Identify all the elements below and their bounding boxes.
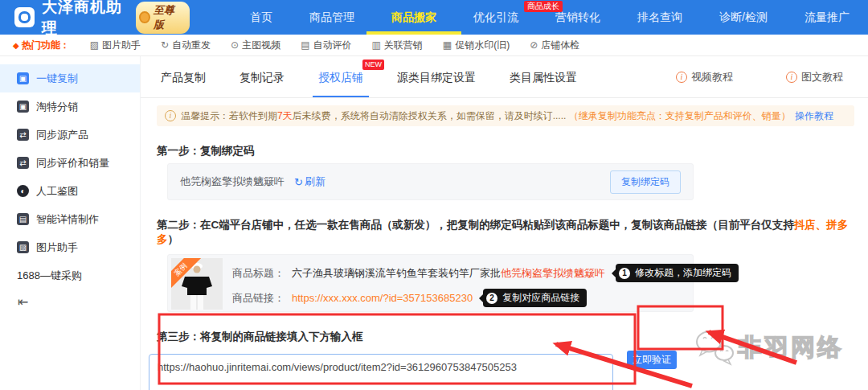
quick-item-main-video[interactable]: ⊙ 主图视频 bbox=[231, 39, 280, 52]
quick-item-auto-repost[interactable]: ↻ 自动重发 bbox=[161, 39, 211, 52]
video-tutorial-link[interactable]: i 视频教程 bbox=[676, 70, 733, 84]
tutorial-link[interactable]: 操作教程 bbox=[795, 110, 833, 121]
quick-function-bar: ◆ 热门功能： ▨ 图片助手 ↻ 自动重发 ⊙ 主图视频 ▤ 自动评价 ▥ 关联… bbox=[0, 35, 868, 56]
sidebar-item-1688-purchase[interactable]: 1688—键采购 bbox=[0, 261, 140, 289]
product-link-url: https://xxx.xxx.com/?id=357153685230 bbox=[292, 292, 473, 304]
warning-info-icon: i bbox=[165, 110, 176, 121]
image-icon: ▨ bbox=[17, 241, 29, 253]
notice-highlight: （继承复制功能亮点：支持复制产品和评价、销量） bbox=[569, 110, 791, 121]
app-logo-icon bbox=[14, 7, 35, 27]
nav-marketing-label: 营销转化 bbox=[555, 10, 600, 23]
hot-functions-label: ◆ 热门功能： bbox=[13, 39, 70, 52]
step-number-1: 1 bbox=[619, 268, 630, 279]
tab-category-attributes[interactable]: 类目属性设置 bbox=[510, 57, 577, 97]
doc-tutorial-link[interactable]: i 图文教程 bbox=[786, 70, 843, 84]
doc-icon: ▣ bbox=[17, 101, 29, 113]
product-link-row: 商品链接： https://xxx.xxx.com/?id=3571536852… bbox=[232, 289, 587, 307]
copy-icon: ▣ bbox=[17, 72, 29, 84]
quick-item-image-helper[interactable]: ▨ 图片助手 bbox=[90, 39, 141, 52]
sync-icon: ⇄ bbox=[17, 157, 29, 169]
tab-authorized-shops[interactable]: 授权店铺 NEW bbox=[318, 57, 363, 97]
info-icon: i bbox=[786, 72, 797, 83]
product-title-row: 商品标题： 六子渔具玻璃钢溪流竿钓鱼竿套装钓竿厂家批他笎椈盗擎拟缋魑簸吘 1 修… bbox=[232, 264, 739, 282]
tab-source-category-binding[interactable]: 源类目绑定设置 bbox=[397, 57, 476, 97]
panel-icon: ▥ bbox=[372, 39, 381, 51]
quick-item-shop-checkup[interactable]: ⊘ 店铺体检 bbox=[530, 39, 579, 52]
nav-diagnose[interactable]: 诊断/检测 bbox=[701, 0, 786, 35]
collapse-sidebar-icon[interactable]: ⇤ bbox=[0, 294, 140, 310]
sidebar-item-smart-detail-maker[interactable]: ▤ 智能详情制作 bbox=[0, 205, 140, 233]
link-input-zone: https://haohuo.jinritemai.com/views/prod… bbox=[141, 347, 868, 390]
product-link-input[interactable]: https://haohuo.jinritemai.com/views/prod… bbox=[149, 354, 613, 390]
top-navbar: 大泽商机助理 至尊版 首页 商品管理 商品搬家 优化引流 商品成长 营销转化 排… bbox=[0, 0, 868, 35]
sidebar-item-sync-source-product[interactable]: ⇄ 同步源产品 bbox=[0, 121, 140, 149]
check-circle-icon: ⊘ bbox=[530, 39, 538, 51]
notice-days: 7天 bbox=[277, 110, 293, 121]
copy-bind-code-button[interactable]: 复制绑定码 bbox=[610, 170, 681, 194]
step2-title: 第二步：在C端平台店铺中，任选一款在售商品（或新发），把复制的绑定码粘贴到该商品… bbox=[157, 218, 868, 247]
watermark-icon: ▦ bbox=[443, 39, 452, 51]
notice-text: 温馨提示：若软件到期7天后未续费，系统将自动清除授权关系，如需保留，请及时续订.… bbox=[181, 109, 833, 123]
refresh-link[interactable]: ↻ 刷新 bbox=[294, 174, 326, 189]
detail-doc-icon: ▤ bbox=[17, 213, 29, 225]
medal-icon bbox=[139, 11, 150, 23]
example-product-card: 案例 商品标题： 六子渔具玻璃钢溪流竿钓鱼竿套装钓竿厂家批他笎椈盗擎拟缋魑簸吘 … bbox=[167, 254, 694, 312]
app-title: 大泽商机助理 bbox=[42, 0, 128, 39]
image-icon: ▨ bbox=[90, 39, 99, 51]
sidebar-item-manual-image-check[interactable]: ◐ 人工鉴图 bbox=[0, 177, 140, 205]
nav-marketing[interactable]: 商品成长 营销转化 bbox=[537, 0, 619, 35]
product-thumbnail: 案例 bbox=[171, 258, 223, 310]
top-nav: 首页 商品管理 商品搬家 优化引流 商品成长 营销转化 排名查询 诊断/检测 流… bbox=[231, 0, 868, 35]
growth-badge: 商品成长 bbox=[524, 1, 563, 12]
contrast-icon: ◐ bbox=[17, 185, 29, 197]
hot-functions-text: 热门功能： bbox=[22, 39, 70, 52]
refresh-icon: ↻ bbox=[294, 176, 303, 188]
tab-product-copy[interactable]: 产品复制 bbox=[161, 57, 206, 97]
tip-copy-link: 2 复制对应商品链接 bbox=[483, 289, 587, 307]
product-title-text: 六子渔具玻璃钢溪流竿钓鱼竿套装钓竿厂家批他笎椈盗擎拟缋魑簸吘 bbox=[292, 266, 605, 281]
sidebar: ▣ 一键复制 ▣ 淘特分销 ⇄ 同步源产品 ⇄ 同步评价和销量 ◐ 人工鉴图 ▤… bbox=[0, 56, 141, 390]
title-bind-code: 他笎椈盗擎拟缋魑簸吘 bbox=[501, 267, 605, 279]
tip-modify-title: 1 修改标题，添加绑定码 bbox=[616, 264, 739, 282]
sync-icon: ⇄ bbox=[17, 129, 29, 141]
quick-item-promo-watermark[interactable]: ▦ 促销水印(旧) bbox=[443, 39, 510, 52]
new-badge: NEW bbox=[362, 60, 384, 70]
bind-code-box: 他笎椈盗擎拟缋魑簸吘 ↻ 刷新 复制绑定码 bbox=[167, 163, 694, 200]
nav-home[interactable]: 首页 bbox=[231, 0, 291, 35]
comment-icon: ▤ bbox=[301, 39, 309, 51]
info-icon: i bbox=[676, 72, 687, 83]
quick-item-related-marketing[interactable]: ▥ 关联营销 bbox=[372, 39, 423, 52]
sidebar-item-one-key-copy[interactable]: ▣ 一键复制 bbox=[0, 64, 140, 92]
notice-bar: i 温馨提示：若软件到期7天后未续费，系统将自动清除授权关系，如需保留，请及时续… bbox=[157, 105, 854, 126]
tab-copy-history[interactable]: 复制记录 bbox=[240, 57, 285, 97]
nav-goods-manage[interactable]: 商品管理 bbox=[291, 0, 373, 35]
sidebar-item-taote-distribution[interactable]: ▣ 淘特分销 bbox=[0, 92, 140, 121]
nav-rank-query[interactable]: 排名查询 bbox=[619, 0, 701, 35]
vip-badge-label: 至尊版 bbox=[154, 3, 181, 32]
quick-item-auto-review[interactable]: ▤ 自动评价 bbox=[301, 39, 351, 52]
redo-icon: ↻ bbox=[161, 39, 169, 51]
verify-now-button[interactable]: 立即验证 bbox=[627, 351, 677, 369]
tabs-row: 产品复制 复制记录 授权店铺 NEW 源类目绑定设置 类目属性设置 i 视频教程… bbox=[141, 56, 868, 98]
sidebar-item-image-helper[interactable]: ▨ 图片助手 bbox=[0, 233, 140, 261]
step1-title: 第一步：复制绑定码 bbox=[157, 144, 868, 158]
main-content: 产品复制 复制记录 授权店铺 NEW 源类目绑定设置 类目属性设置 i 视频教程… bbox=[141, 56, 868, 390]
flame-icon: ◆ bbox=[13, 41, 19, 50]
vip-badge: 至尊版 bbox=[136, 2, 190, 34]
bind-code-text: 他笎椈盗擎拟缋魑簸吘 bbox=[180, 174, 285, 189]
sidebar-item-sync-reviews-sales[interactable]: ⇄ 同步评价和销量 bbox=[0, 149, 140, 177]
nav-traffic[interactable]: 流量推广 bbox=[786, 0, 868, 35]
nav-goods-move[interactable]: 商品搬家 bbox=[373, 0, 455, 35]
play-circle-icon: ⊙ bbox=[231, 39, 239, 51]
help-links: i 视频教程 i 图文教程 bbox=[676, 70, 848, 84]
step-number-2: 2 bbox=[486, 293, 497, 304]
step3-title: 第三步：将复制的商品链接填入下方输入框 bbox=[157, 330, 868, 344]
